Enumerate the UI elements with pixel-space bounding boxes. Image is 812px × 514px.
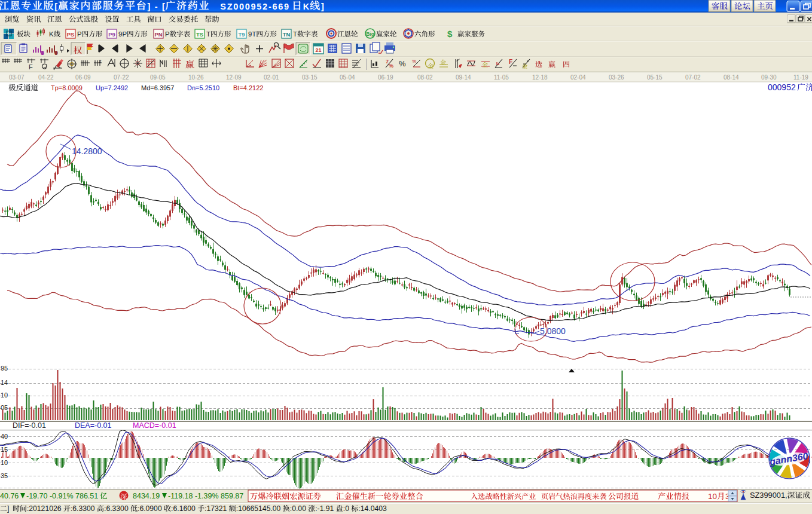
svg-text:P: P (77, 30, 82, 38)
svg-text:K: K (49, 30, 54, 38)
svg-text:12-09: 12-09 (226, 74, 242, 81)
svg-text::0: :0 (343, 504, 352, 513)
svg-text:T: T (293, 30, 297, 38)
svg-text:%: % (389, 63, 393, 69)
svg-text::17321: :17321 (204, 504, 229, 513)
svg-text:8434.19: 8434.19 (133, 492, 160, 500)
svg-text:000952: 000952 (768, 82, 796, 92)
svg-text:07-22: 07-22 (114, 74, 129, 81)
svg-text:Md=6.3957: Md=6.3957 (141, 84, 174, 91)
svg-text:05: 05 (1, 404, 8, 411)
svg-text:08-02: 08-02 (417, 74, 433, 81)
svg-text::6.3300: :6.3300 (71, 504, 97, 513)
svg-text:95: 95 (1, 365, 8, 372)
svg-text:T9: T9 (238, 31, 245, 38)
svg-text:9: 9 (55, 51, 57, 55)
svg-text::20121026: :20121026 (27, 504, 63, 513)
svg-text:]: ] (321, 2, 325, 11)
svg-text:06-19: 06-19 (378, 74, 393, 81)
svg-text:2: 2 (99, 59, 102, 64)
svg-text::14.0403: :14.0403 (358, 504, 387, 513)
svg-text:07-02: 07-02 (685, 74, 701, 81)
svg-text::0.00: :0.00 (290, 504, 309, 513)
svg-text:03-26: 03-26 (609, 74, 624, 81)
svg-text:TN: TN (283, 31, 291, 38)
svg-text:P9: P9 (108, 31, 115, 38)
svg-text:T: T (206, 30, 210, 38)
svg-text:9P: 9P (118, 30, 127, 38)
svg-text:F: F (509, 59, 512, 65)
svg-text:%: % (399, 59, 406, 68)
svg-text:21: 21 (315, 47, 321, 53)
svg-text:DEA=-0.01: DEA=-0.01 (75, 421, 112, 430)
svg-text:$: $ (447, 29, 453, 39)
svg-text:12-18: 12-18 (532, 74, 548, 81)
svg-text:40: 40 (1, 433, 8, 440)
svg-text:Up=7.2492: Up=7.2492 (96, 84, 128, 91)
svg-text:SZ399001,: SZ399001, (750, 491, 787, 500)
svg-text:]: ] (7, 504, 13, 513)
svg-text:02-04: 02-04 (570, 74, 586, 81)
svg-text:PS: PS (67, 31, 75, 38)
svg-text:-19.70 -0.91% 786.51: -19.70 -0.91% 786.51 (26, 492, 98, 500)
svg-text:SZ000952-669: SZ000952-669 (210, 2, 290, 11)
svg-text::6.3300: :6.3300 (104, 504, 130, 513)
svg-text:05-15: 05-15 (647, 74, 663, 81)
svg-text:11-19: 11-19 (793, 74, 808, 81)
svg-text:-119.18 -1.39% 859.87: -119.18 -1.39% 859.87 (168, 492, 243, 500)
svg-text::-1.91: :-1.91 (315, 504, 336, 513)
svg-text:11-05: 11-05 (494, 74, 509, 81)
svg-text:35: 35 (1, 472, 8, 479)
svg-text:] - [: ] - [ (148, 2, 166, 11)
svg-text:K: K (303, 2, 310, 11)
svg-text:09-14: 09-14 (456, 74, 471, 81)
svg-text:05-04: 05-04 (340, 74, 355, 81)
svg-text:3: 3 (41, 51, 44, 55)
svg-text:DIF=-0.01: DIF=-0.01 (13, 421, 46, 430)
svg-text:Big: Big (366, 31, 374, 37)
svg-text:PN: PN (154, 31, 162, 38)
svg-text:[: [ (54, 2, 59, 11)
svg-text:5.0800: 5.0800 (540, 326, 566, 336)
svg-text:Bt=4.2122: Bt=4.2122 (233, 84, 263, 91)
svg-text::6.0900: :6.0900 (138, 504, 164, 513)
svg-text:10: 10 (1, 391, 8, 399)
svg-text::6.1600: :6.1600 (171, 504, 197, 513)
svg-text:02-01: 02-01 (264, 74, 279, 81)
svg-text:03-15: 03-15 (302, 74, 318, 81)
svg-text:9T: 9T (248, 30, 256, 38)
svg-text:MACD=-0.01: MACD=-0.01 (133, 421, 176, 430)
svg-text::10665145.00: :10665145.00 (236, 504, 283, 513)
svg-text:40.76: 40.76 (0, 492, 19, 500)
svg-text:14: 14 (1, 379, 8, 386)
svg-text:14.2800: 14.2800 (72, 146, 102, 156)
svg-text:10: 10 (1, 459, 8, 466)
svg-text:03-07: 03-07 (9, 74, 25, 81)
svg-text:06-09: 06-09 (75, 74, 91, 81)
svg-text:10-26: 10-26 (188, 74, 204, 81)
svg-text:F: F (29, 63, 33, 71)
svg-text:%: % (412, 59, 416, 64)
svg-text:Dn=5.2510: Dn=5.2510 (187, 84, 219, 91)
svg-text:15: 15 (1, 446, 8, 453)
svg-text:09-30: 09-30 (761, 74, 777, 81)
svg-text:10: 10 (708, 492, 717, 501)
svg-text:04-22: 04-22 (38, 74, 54, 81)
svg-text:P: P (165, 30, 170, 38)
svg-text:TS: TS (196, 31, 203, 38)
svg-text:09-05: 09-05 (150, 74, 166, 81)
svg-text:Tp=8.0009: Tp=8.0009 (51, 84, 83, 91)
svg-text:08-14: 08-14 (724, 74, 739, 81)
